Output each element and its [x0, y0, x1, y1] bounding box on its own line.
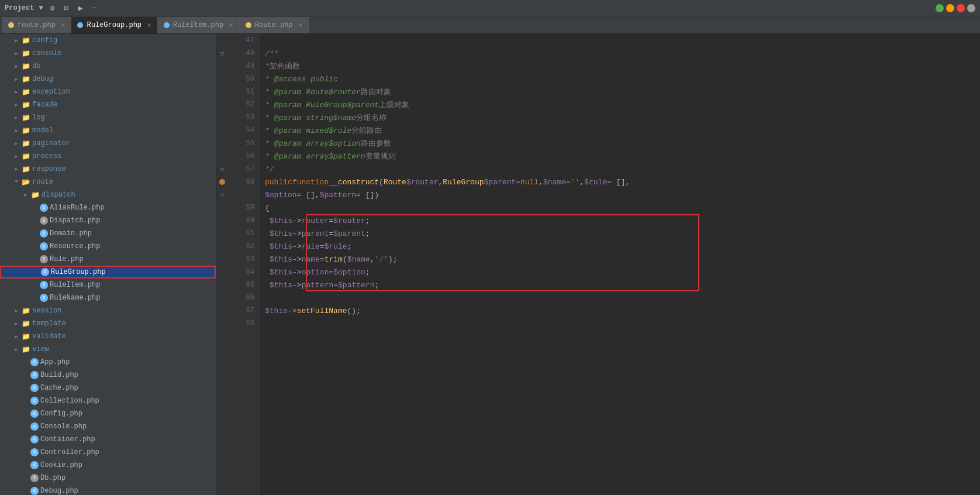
sidebar-item-session[interactable]: session: [0, 304, 216, 317]
php-icon-rulegroup: C: [41, 268, 49, 276]
fold-58cont[interactable]: ▽: [216, 191, 228, 199]
sidebar-item-cookie[interactable]: C Cookie.php: [0, 459, 216, 472]
code-58-RuleGroup: RuleGroup: [443, 178, 484, 187]
tab-ruleitem-php[interactable]: RuleItem.php ✕: [158, 17, 240, 33]
sidebar-item-config-php[interactable]: C Config.php: [0, 407, 216, 420]
tab-close-ruleitem[interactable]: ✕: [229, 21, 233, 29]
sidebar-label-rule: Rule.php: [50, 255, 84, 263]
tab-close-rulegroup[interactable]: ✕: [147, 21, 151, 29]
code-60-arrow: ->: [292, 216, 302, 225]
sidebar-label-session: session: [32, 307, 61, 315]
gutter-49: 49: [216, 60, 260, 73]
sidebar-item-debug-folder[interactable]: debug: [0, 73, 216, 85]
sidebar-item-controller[interactable]: C Controller.php: [0, 446, 216, 459]
sidebar-item-cache[interactable]: C Cache.php: [0, 381, 216, 394]
php-icon-domain: C: [40, 229, 48, 238]
sidebar-item-dispatch[interactable]: dispatch: [0, 188, 216, 201]
sidebar-item-validate[interactable]: validate: [0, 330, 216, 343]
tab-label-route: route.php: [18, 21, 56, 29]
tab-close-route[interactable]: ✕: [61, 21, 65, 29]
sidebar-item-paginator[interactable]: paginator: [0, 137, 216, 150]
gutter-63: 63: [216, 253, 260, 266]
code-61-eq: =: [329, 229, 333, 238]
code-58cont-eq: = [],: [297, 191, 320, 200]
tab-rulegroup-php[interactable]: RuleGroup.php ✕: [71, 17, 157, 33]
run-icon[interactable]: ▶: [76, 4, 85, 13]
sidebar-item-db-php[interactable]: I Db.php: [0, 472, 216, 484]
sidebar-item-config[interactable]: config: [0, 34, 216, 47]
sidebar-item-rulename[interactable]: C RuleName.php: [0, 291, 216, 304]
sidebar-item-rulegroup[interactable]: C RuleGroup.php: [0, 266, 216, 279]
sidebar-item-debug-php[interactable]: C Debug.php: [0, 484, 216, 495]
code-63-eq: =: [320, 255, 325, 264]
sidebar-item-route[interactable]: route: [0, 176, 216, 188]
sidebar-item-view[interactable]: view: [0, 343, 216, 356]
sidebar-label-facade: facade: [32, 101, 57, 109]
sidebar-item-facade[interactable]: facade: [0, 98, 216, 111]
sidebar-label-resource: Resource.php: [50, 242, 100, 250]
code-59: {: [265, 204, 270, 212]
code-line-56: * @param array $pattern 变量规则: [265, 150, 980, 163]
code-58-parent: $parent: [484, 178, 516, 187]
linenum-51: 51: [228, 88, 260, 96]
minimize-icon[interactable]: —: [90, 4, 99, 13]
sidebar-label-paginator: paginator: [32, 139, 70, 147]
tab-route-php[interactable]: route.php ✕: [2, 17, 71, 33]
sidebar-item-dispatch-php[interactable]: I Dispatch.php: [0, 214, 216, 227]
sidebar-item-log[interactable]: log: [0, 111, 216, 124]
sidebar-item-resource[interactable]: C Resource.php: [0, 240, 216, 253]
sidebar-item-build[interactable]: C Build.php: [0, 369, 216, 381]
sidebar-item-console[interactable]: console: [0, 47, 216, 60]
line-gutter: 47 ▽ 48 49 50: [216, 34, 260, 495]
code-line-60: $this -> router = $router ;: [265, 214, 980, 227]
sidebar-item-domain[interactable]: C Domain.php: [0, 227, 216, 240]
settings-icon[interactable]: ⚙: [48, 4, 57, 13]
sidebar-item-template[interactable]: template: [0, 317, 216, 330]
code-58-comma4: ,: [625, 178, 630, 187]
php-icon-resource: C: [40, 242, 48, 250]
sidebar-item-db[interactable]: db: [0, 60, 216, 73]
gutter-66: 66: [216, 291, 260, 304]
sidebar-item-rule[interactable]: I Rule.php: [0, 253, 216, 266]
code-58-public: public: [265, 178, 292, 187]
fold-57[interactable]: ▽: [216, 166, 228, 173]
project-label[interactable]: Project: [5, 4, 34, 12]
folder-icon-log: [21, 113, 30, 122]
linenum-55: 55: [228, 139, 260, 147]
folder-icon-config: [21, 36, 30, 45]
code-line-58: public function __construct ( Route $rou…: [265, 176, 980, 188]
dropdown-arrow[interactable]: ▼: [39, 4, 43, 12]
sidebar-item-collection[interactable]: C Collection.php: [0, 394, 216, 407]
php-icon-dispatch: I: [40, 216, 48, 225]
sidebar-label-app: App.php: [40, 358, 70, 366]
code-line-67: $this -> setFullName ();: [265, 304, 980, 317]
sidebar-item-console-php[interactable]: C Console.php: [0, 420, 216, 433]
sidebar-item-app[interactable]: C App.php: [0, 356, 216, 369]
sidebar-label-response: response: [32, 165, 66, 173]
sidebar-item-aliasrule[interactable]: C AliasRule.php: [0, 201, 216, 214]
tree-arrow-collection: [21, 396, 30, 405]
fold-48[interactable]: ▽: [216, 50, 228, 57]
sidebar-item-container[interactable]: C Container.php: [0, 433, 216, 446]
code-58-eq2: =: [566, 178, 571, 187]
code-text-area[interactable]: /** * 架构函数 * @access public * @param Rou…: [260, 34, 980, 495]
sidebar-item-process[interactable]: process: [0, 150, 216, 163]
tab-close-route2[interactable]: ✕: [299, 21, 303, 29]
code-58-comma1: ,: [439, 178, 443, 187]
linenum-63: 63: [228, 255, 260, 263]
tab-route2-php[interactable]: Route.php ✕: [240, 17, 309, 33]
sidebar-item-model[interactable]: model: [0, 124, 216, 137]
tab-icon-route2: [246, 22, 251, 28]
layout-icon[interactable]: ⊟: [62, 4, 71, 13]
code-58-null: null: [520, 178, 539, 187]
sidebar-item-ruleitem[interactable]: C RuleItem.php: [0, 279, 216, 291]
editor-area[interactable]: 47 ▽ 48 49 50: [216, 34, 980, 495]
code-line-61: $this -> parent = $parent ;: [265, 227, 980, 240]
code-67-setfullname: setFullName: [297, 307, 347, 315]
sidebar-item-response[interactable]: response: [0, 163, 216, 176]
sidebar-item-exception-folder[interactable]: exception: [0, 85, 216, 98]
folder-icon-template: [21, 319, 30, 328]
linenum-66: 66: [228, 294, 260, 302]
code-51-zh: 路由对象: [361, 87, 391, 97]
php-icon-debug: C: [30, 487, 39, 495]
